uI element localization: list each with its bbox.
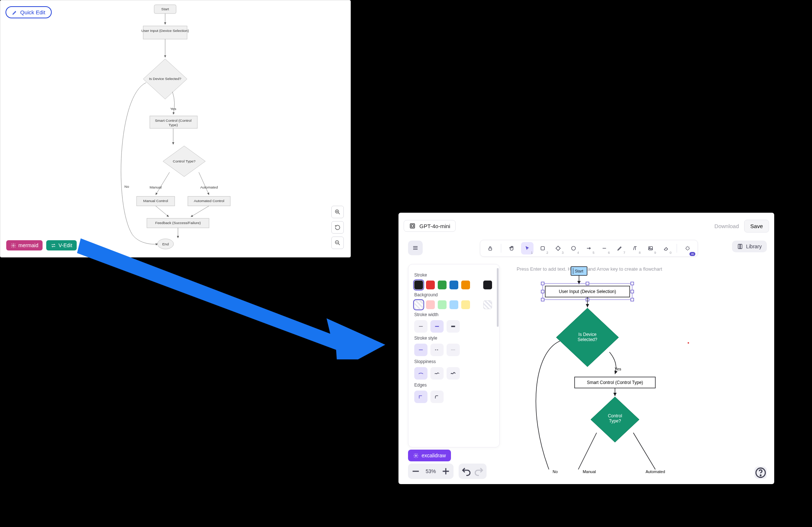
vedit-badge[interactable]: V-Edit bbox=[46, 240, 76, 250]
svg-point-9 bbox=[13, 245, 14, 246]
stroke-width-thick[interactable] bbox=[447, 320, 460, 333]
tool-image[interactable]: 9 bbox=[644, 242, 657, 255]
footer-badges: mermaid V-Edit bbox=[6, 240, 77, 250]
tool-arrow[interactable]: 5 bbox=[583, 242, 595, 255]
tool-hand[interactable] bbox=[506, 242, 518, 255]
sloppiness-architect[interactable] bbox=[414, 367, 427, 380]
save-button[interactable]: Save bbox=[744, 220, 769, 233]
sloppiness-artist[interactable] bbox=[430, 367, 444, 380]
stroke-color-blue[interactable] bbox=[449, 281, 458, 289]
stroke-width-thin[interactable] bbox=[414, 320, 427, 333]
bg-blue[interactable] bbox=[449, 300, 458, 309]
svg-rect-19 bbox=[545, 286, 630, 297]
zoom-in-button[interactable] bbox=[440, 465, 452, 477]
tool-ellipse[interactable]: 4 bbox=[567, 242, 580, 255]
top-bar: GPT-4o-mini Download Save bbox=[404, 218, 769, 234]
tool-text[interactable]: 8 bbox=[629, 242, 641, 255]
cursor-icon bbox=[524, 245, 530, 251]
node-automated-control: Automated Control bbox=[194, 199, 224, 203]
zoom-in-icon bbox=[334, 209, 341, 215]
zoom-reset-button[interactable] bbox=[331, 221, 344, 234]
help-icon bbox=[754, 466, 767, 479]
svg-rect-29 bbox=[575, 377, 655, 388]
stroke-solid[interactable] bbox=[414, 344, 427, 356]
svg-rect-22 bbox=[586, 282, 589, 285]
stray-dot bbox=[688, 342, 689, 344]
svg-point-14 bbox=[572, 246, 576, 250]
redo-button[interactable] bbox=[473, 465, 485, 477]
stroke-color-black[interactable] bbox=[414, 281, 423, 289]
canvas-hint: Press Enter to add text. Hold Ctrl and A… bbox=[517, 266, 662, 272]
bg-green[interactable] bbox=[438, 300, 447, 309]
bg-yellow[interactable] bbox=[461, 300, 470, 309]
sloppiness-cartoonist[interactable] bbox=[447, 367, 460, 380]
excalidraw-badge[interactable]: excalidraw bbox=[408, 450, 451, 461]
mermaid-flowchart[interactable]: Start User Input (Device Selection) Is D… bbox=[0, 0, 350, 257]
menu-button[interactable] bbox=[408, 241, 423, 255]
svg-rect-21 bbox=[541, 282, 544, 285]
gear-icon bbox=[413, 453, 419, 458]
tool-lock[interactable] bbox=[484, 242, 496, 255]
tool-eraser[interactable]: 0 bbox=[660, 242, 672, 255]
b-node-smart-control: Smart Control (Control Type) bbox=[587, 380, 643, 385]
stroke-color-orange[interactable] bbox=[461, 281, 470, 289]
b-edge-manual: Manual bbox=[583, 469, 596, 474]
zoom-in-button[interactable] bbox=[331, 206, 344, 218]
node-end: End bbox=[162, 242, 169, 246]
tool-ai[interactable]: AI bbox=[681, 242, 694, 255]
tool-draw[interactable]: 7 bbox=[613, 242, 626, 255]
svg-rect-10 bbox=[410, 224, 415, 228]
mermaid-badge-label: mermaid bbox=[18, 242, 38, 248]
tool-rectangle[interactable]: 2 bbox=[536, 242, 549, 255]
zoom-out-button[interactable] bbox=[409, 465, 422, 477]
edge-automated: Automated bbox=[200, 185, 218, 189]
zoom-out-button[interactable] bbox=[331, 237, 344, 249]
circle-icon bbox=[571, 245, 576, 251]
hand-icon bbox=[509, 245, 515, 251]
model-selector[interactable]: GPT-4o-mini bbox=[404, 220, 456, 232]
tool-select[interactable]: 1 bbox=[521, 242, 534, 255]
scrollbar-thumb[interactable] bbox=[497, 268, 499, 327]
stroke-color-red[interactable] bbox=[426, 281, 435, 289]
b-node-control-type: ControlType? bbox=[608, 413, 622, 424]
stroke-dashed[interactable] bbox=[430, 344, 444, 356]
svg-rect-24 bbox=[541, 290, 544, 293]
mermaid-badge[interactable]: mermaid bbox=[6, 240, 43, 250]
svg-rect-27 bbox=[586, 298, 589, 301]
redo-icon bbox=[473, 465, 485, 477]
library-label: Library bbox=[746, 244, 762, 249]
edge-yes: Yes bbox=[170, 107, 176, 111]
stroke-width-label: Stroke width bbox=[414, 312, 494, 317]
node-feedback: Feedback (Success/Failure) bbox=[155, 221, 201, 225]
gear-icon bbox=[11, 243, 16, 248]
plus-icon bbox=[440, 465, 452, 477]
eraser-icon bbox=[663, 245, 669, 251]
sparkle-icon bbox=[685, 245, 691, 251]
bg-custom[interactable] bbox=[483, 300, 492, 309]
node-manual-control: Manual Control bbox=[143, 199, 168, 203]
node-is-selected: Is Device Selected? bbox=[149, 77, 182, 81]
model-icon bbox=[409, 223, 416, 229]
help-button[interactable] bbox=[754, 466, 767, 479]
bg-pink[interactable] bbox=[426, 300, 435, 309]
stroke-color-green[interactable] bbox=[438, 281, 447, 289]
tool-diamond[interactable]: 3 bbox=[552, 242, 564, 255]
edges-round[interactable] bbox=[430, 391, 444, 403]
refresh-icon bbox=[334, 224, 341, 231]
undo-button[interactable] bbox=[460, 465, 473, 477]
stroke-width-med[interactable] bbox=[430, 320, 444, 333]
tool-line[interactable]: 6 bbox=[598, 242, 611, 255]
stroke-dotted[interactable] bbox=[447, 344, 460, 356]
square-icon bbox=[540, 245, 546, 251]
download-button[interactable]: Download bbox=[714, 223, 739, 229]
bg-transparent[interactable] bbox=[414, 300, 423, 309]
toolbar: 1 2 3 4 5 6 7 8 9 0 AI bbox=[480, 240, 698, 257]
edges-sharp[interactable] bbox=[414, 391, 427, 403]
zoom-percent[interactable]: 53% bbox=[422, 468, 440, 474]
stroke-color-custom[interactable] bbox=[483, 281, 492, 289]
library-button[interactable]: Library bbox=[732, 241, 767, 252]
text-icon bbox=[632, 245, 638, 251]
b-node-user-input: User Input (Device Selection) bbox=[559, 289, 616, 294]
minus-icon bbox=[409, 465, 422, 477]
edge-manual: Manual bbox=[150, 185, 162, 189]
